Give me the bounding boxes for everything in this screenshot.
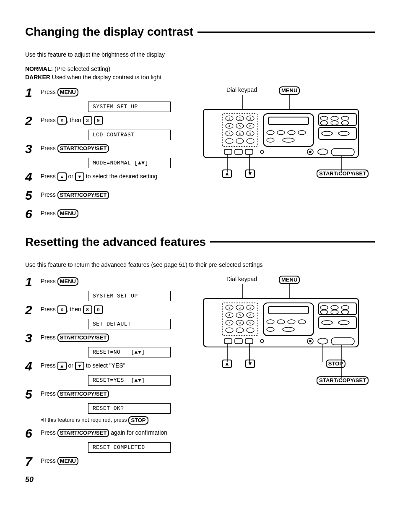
svg-rect-97: [245, 339, 253, 344]
start-copy-set-button: START/COPY/SET: [57, 144, 109, 153]
dial-keypad-label: Dial keypad: [226, 276, 257, 282]
svg-point-65: [226, 328, 233, 333]
hash-key: #: [57, 116, 67, 125]
menu-button: MENU: [57, 277, 78, 286]
stop-label: STOP: [326, 360, 345, 368]
svg-text:6: 6: [249, 314, 251, 317]
svg-text:7: 7: [229, 132, 230, 135]
svg-point-100: [309, 340, 311, 342]
svg-point-90: [320, 310, 328, 314]
svg-point-12: [226, 138, 233, 143]
down-arrow-label: ▼: [245, 360, 255, 368]
lcd-display: RESET=NO [▲▼]: [88, 347, 171, 357]
menu-button: MENU: [57, 209, 78, 218]
svg-text:1: 1: [229, 306, 230, 309]
menu-button: MENU: [57, 88, 78, 96]
svg-text:3: 3: [249, 117, 251, 120]
svg-text:8: 8: [239, 132, 241, 135]
svg-point-28: [288, 130, 295, 135]
start-copy-set-label: START/COPY/SET: [317, 376, 369, 385]
svg-text:2: 2: [239, 117, 241, 120]
svg-point-87: [320, 305, 328, 310]
lcd-display: SET DEFAULT: [88, 319, 171, 329]
svg-point-67: [247, 328, 254, 333]
setting-normal: NORMAL: (Pre-selected setting): [25, 65, 375, 72]
svg-text:1: 1: [229, 117, 230, 120]
svg-point-26: [267, 130, 274, 135]
svg-point-34: [320, 116, 328, 120]
device-diagram-2: Dial keypad MENU ▲ ▼ STOP START/COPY/SET…: [201, 276, 375, 393]
up-arrow-key: ▲: [57, 172, 67, 181]
svg-point-39: [341, 121, 349, 125]
svg-point-45: [260, 150, 264, 154]
lcd-display: LCD CONTRAST: [88, 130, 171, 140]
svg-point-37: [320, 121, 328, 125]
lcd-display: RESET COMPLETED: [88, 442, 171, 453]
page-number: 50: [25, 475, 375, 484]
svg-point-83: [267, 327, 274, 331]
svg-text:4: 4: [229, 314, 230, 317]
menu-label: MENU: [279, 276, 300, 284]
svg-point-66: [236, 328, 244, 333]
svg-text:9: 9: [249, 321, 251, 324]
svg-point-40: [322, 131, 332, 136]
down-arrow-key: ▼: [75, 172, 84, 181]
svg-point-93: [322, 321, 332, 325]
step: 6 Press START/COPY/SET again for confirm…: [25, 427, 193, 440]
svg-point-27: [277, 130, 285, 135]
svg-text:5: 5: [239, 314, 241, 317]
dial-keypad-label: Dial keypad: [226, 86, 257, 93]
step: 1 Press MENU: [25, 86, 193, 99]
svg-text:9: 9: [249, 132, 251, 135]
section2-title: Resetting the advanced features: [25, 235, 375, 249]
svg-point-38: [331, 121, 338, 125]
stop-note: ▪If this feature is not required, press …: [41, 416, 193, 425]
start-copy-set-button: START/COPY/SET: [57, 429, 109, 437]
svg-point-91: [331, 310, 338, 314]
hash-key: #: [57, 305, 67, 314]
svg-point-31: [283, 138, 294, 142]
lcd-display: SYSTEM SET UP: [88, 291, 171, 301]
svg-text:8: 8: [239, 321, 241, 324]
svg-text:5: 5: [239, 125, 241, 128]
digit-key: 8: [83, 305, 92, 314]
svg-point-79: [267, 320, 274, 324]
start-copy-set-button: START/COPY/SET: [57, 334, 109, 342]
section2-intro: Use this feature to return the advanced …: [25, 261, 375, 268]
svg-rect-96: [235, 339, 242, 344]
step: 5 Press START/COPY/SET: [25, 189, 193, 202]
svg-point-35: [331, 116, 338, 120]
svg-text:4: 4: [229, 125, 230, 128]
svg-text:7: 7: [229, 321, 230, 324]
svg-point-98: [260, 339, 264, 343]
step: 1 Press MENU: [25, 276, 193, 288]
svg-rect-95: [224, 339, 232, 344]
digit-key: 9: [94, 116, 103, 125]
svg-point-41: [338, 131, 349, 136]
svg-rect-49: [331, 149, 354, 156]
down-arrow-key: ▼: [75, 362, 84, 370]
svg-point-82: [298, 320, 306, 324]
svg-rect-44: [245, 149, 253, 154]
step: 3 Press START/COPY/SET: [25, 332, 193, 344]
lcd-display: RESET OK?: [88, 403, 171, 414]
svg-point-101: [318, 338, 328, 344]
svg-point-80: [277, 320, 285, 324]
svg-rect-78: [268, 306, 309, 314]
lcd-display: SYSTEM SET UP: [88, 102, 171, 112]
down-arrow-label: ▼: [245, 170, 255, 178]
svg-point-47: [309, 151, 311, 153]
svg-point-81: [288, 320, 295, 324]
digit-key: 0: [94, 305, 103, 314]
up-arrow-key: ▲: [57, 362, 67, 370]
lcd-display: MODE=NORMAL [▲▼]: [88, 158, 171, 168]
section2-steps: 1 Press MENU SYSTEM SET UP 2 Press #, th…: [25, 276, 193, 470]
step: 6 Press MENU: [25, 208, 193, 220]
start-copy-set-button: START/COPY/SET: [57, 390, 109, 398]
svg-rect-43: [235, 149, 242, 154]
menu-label: MENU: [279, 86, 300, 95]
svg-text:3: 3: [249, 306, 251, 309]
svg-point-48: [318, 149, 328, 155]
section1-steps: 1 Press MENU SYSTEM SET UP 2 Press #, th…: [25, 86, 193, 223]
up-arrow-label: ▲: [222, 360, 232, 368]
